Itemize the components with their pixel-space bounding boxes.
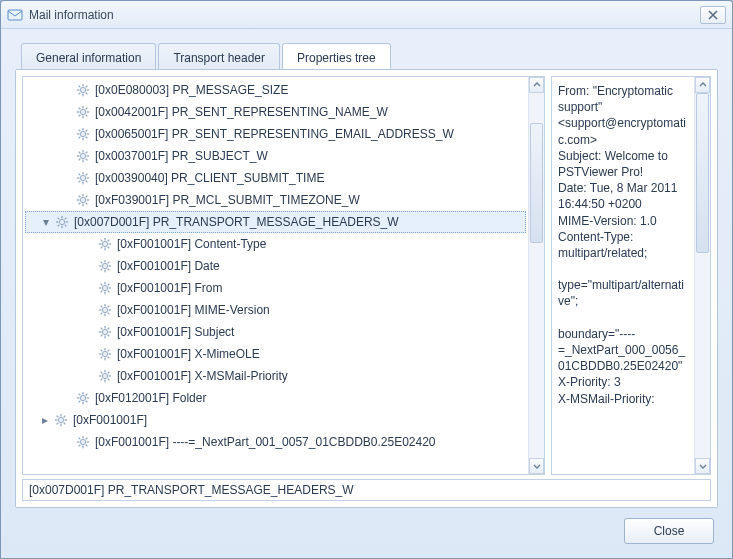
svg-line-96 bbox=[101, 306, 103, 308]
detail-scrollbar[interactable] bbox=[694, 77, 710, 474]
scroll-track[interactable] bbox=[695, 93, 710, 458]
svg-line-117 bbox=[101, 357, 103, 359]
tree-scrollbar[interactable] bbox=[528, 77, 544, 474]
svg-line-45 bbox=[79, 181, 81, 183]
window-close-button[interactable] bbox=[700, 6, 726, 24]
svg-point-1 bbox=[80, 87, 85, 92]
titlebar: Mail information bbox=[1, 1, 732, 29]
chevron-up-icon bbox=[533, 81, 541, 89]
tab-transport-header[interactable]: Transport header bbox=[158, 43, 280, 69]
svg-line-72 bbox=[101, 247, 103, 249]
tree-row[interactable]: [0xF001001F] From bbox=[23, 277, 528, 299]
svg-line-150 bbox=[79, 438, 81, 440]
tree-row[interactable]: [0xF001001F] Date bbox=[23, 255, 528, 277]
tree-row[interactable]: ▾[0x007D001F] PR_TRANSPORT_MESSAGE_HEADE… bbox=[25, 211, 526, 233]
property-detail-text: From: "Encryptomatic support" <support@e… bbox=[552, 79, 694, 411]
svg-line-81 bbox=[101, 269, 103, 271]
svg-line-51 bbox=[79, 196, 81, 198]
scroll-thumb[interactable] bbox=[696, 93, 709, 253]
svg-line-54 bbox=[79, 203, 81, 205]
svg-line-53 bbox=[86, 196, 88, 198]
tree-row[interactable]: [0x0065001F] PR_SENT_REPRESENTING_EMAIL_… bbox=[23, 123, 528, 145]
svg-line-80 bbox=[108, 262, 110, 264]
tree-row[interactable]: [0xF001001F] X-MSMail-Priority bbox=[23, 365, 528, 387]
svg-line-142 bbox=[64, 423, 66, 425]
svg-line-132 bbox=[79, 394, 81, 396]
svg-line-144 bbox=[57, 423, 59, 425]
tree-row[interactable]: [0xF001001F] Content-Type bbox=[23, 233, 528, 255]
tree-row-label: [0xF001001F] ----=_NextPart_001_0057_01C… bbox=[95, 435, 436, 449]
svg-line-78 bbox=[101, 262, 103, 264]
tree-row[interactable]: [0x0E080003] PR_MESSAGE_SIZE bbox=[23, 79, 528, 101]
tab-properties-tree[interactable]: Properties tree bbox=[282, 43, 391, 69]
svg-point-136 bbox=[58, 417, 63, 422]
tree-row-label: [0x0E080003] PR_MESSAGE_SIZE bbox=[95, 83, 288, 97]
property-detail-panel: From: "Encryptomatic support" <support@e… bbox=[551, 76, 711, 475]
tree-row[interactable]: [0xF001001F] X-MimeOLE bbox=[23, 343, 528, 365]
svg-point-55 bbox=[59, 219, 64, 224]
svg-line-97 bbox=[108, 313, 110, 315]
properties-tree-tab-content: [0x0E080003] PR_MESSAGE_SIZE[0x0042001F]… bbox=[16, 70, 717, 507]
scroll-up-button[interactable] bbox=[695, 77, 710, 93]
expander-closed-icon[interactable]: ▸ bbox=[39, 413, 51, 427]
svg-line-79 bbox=[108, 269, 110, 271]
gear-icon bbox=[75, 104, 91, 120]
tree-row[interactable]: [0x00390040] PR_CLIENT_SUBMIT_TIME bbox=[23, 167, 528, 189]
expander-open-icon[interactable]: ▾ bbox=[40, 215, 52, 229]
svg-line-89 bbox=[108, 284, 110, 286]
svg-point-10 bbox=[80, 109, 85, 114]
chevron-down-icon bbox=[533, 462, 541, 470]
svg-point-109 bbox=[102, 351, 107, 356]
svg-line-99 bbox=[101, 313, 103, 315]
svg-point-64 bbox=[102, 241, 107, 246]
svg-line-16 bbox=[86, 115, 88, 117]
svg-line-62 bbox=[65, 218, 67, 220]
chevron-down-icon bbox=[699, 462, 707, 470]
properties-tree-panel: [0x0E080003] PR_MESSAGE_SIZE[0x0042001F]… bbox=[22, 76, 545, 475]
svg-line-108 bbox=[101, 335, 103, 337]
svg-point-19 bbox=[80, 131, 85, 136]
scroll-down-button[interactable] bbox=[695, 458, 710, 474]
tree-row-label: [0xF001001F] MIME-Version bbox=[117, 303, 270, 317]
svg-line-71 bbox=[108, 240, 110, 242]
svg-line-153 bbox=[79, 445, 81, 447]
svg-line-69 bbox=[101, 240, 103, 242]
tree-row[interactable]: [0xF001001F] Subject bbox=[23, 321, 528, 343]
tree-row[interactable]: [0x0042001F] PR_SENT_REPRESENTING_NAME_W bbox=[23, 101, 528, 123]
svg-point-118 bbox=[102, 373, 107, 378]
tree-row[interactable]: ▸[0xF001001F] bbox=[23, 409, 528, 431]
svg-line-70 bbox=[108, 247, 110, 249]
scroll-track[interactable] bbox=[529, 93, 544, 458]
svg-line-52 bbox=[86, 203, 88, 205]
svg-line-114 bbox=[101, 350, 103, 352]
tree-row[interactable]: [0xF001001F] ----=_NextPart_001_0057_01C… bbox=[23, 431, 528, 453]
tree-row[interactable]: [0xF012001F] Folder bbox=[23, 387, 528, 409]
properties-tree[interactable]: [0x0E080003] PR_MESSAGE_SIZE[0x0042001F]… bbox=[23, 77, 528, 474]
scroll-down-button[interactable] bbox=[529, 458, 544, 474]
svg-line-116 bbox=[108, 350, 110, 352]
scroll-thumb[interactable] bbox=[530, 123, 543, 243]
tree-row-label: [0x007D001F] PR_TRANSPORT_MESSAGE_HEADER… bbox=[74, 215, 399, 229]
tree-row-label: [0xF039001F] PR_MCL_SUBMIT_TIMEZONE_W bbox=[95, 193, 360, 207]
mail-information-dialog: Mail information General informationTran… bbox=[0, 0, 733, 559]
gear-icon bbox=[54, 214, 70, 230]
tree-row-label: [0x0037001F] PR_SUBJECT_W bbox=[95, 149, 268, 163]
svg-line-135 bbox=[79, 401, 81, 403]
scroll-up-button[interactable] bbox=[529, 77, 544, 93]
svg-line-87 bbox=[101, 284, 103, 286]
tree-row[interactable]: [0xF001001F] MIME-Version bbox=[23, 299, 528, 321]
property-detail-text-area[interactable]: From: "Encryptomatic support" <support@e… bbox=[552, 77, 694, 474]
tree-row-label: [0x00390040] PR_CLIENT_SUBMIT_TIME bbox=[95, 171, 324, 185]
tree-row-label: [0x0042001F] PR_SENT_REPRESENTING_NAME_W bbox=[95, 105, 388, 119]
svg-line-43 bbox=[86, 181, 88, 183]
tree-row-label: [0xF001001F] X-MimeOLE bbox=[117, 347, 260, 361]
svg-line-24 bbox=[79, 130, 81, 132]
tree-row-label: [0xF001001F] Content-Type bbox=[117, 237, 266, 251]
app-icon bbox=[7, 7, 23, 23]
tab-general-information[interactable]: General information bbox=[21, 43, 156, 69]
tree-row[interactable]: [0xF039001F] PR_MCL_SUBMIT_TIMEZONE_W bbox=[23, 189, 528, 211]
close-button[interactable]: Close bbox=[624, 518, 714, 544]
tree-row[interactable]: [0x0037001F] PR_SUBJECT_W bbox=[23, 145, 528, 167]
gear-icon bbox=[75, 434, 91, 450]
svg-line-60 bbox=[58, 218, 60, 220]
